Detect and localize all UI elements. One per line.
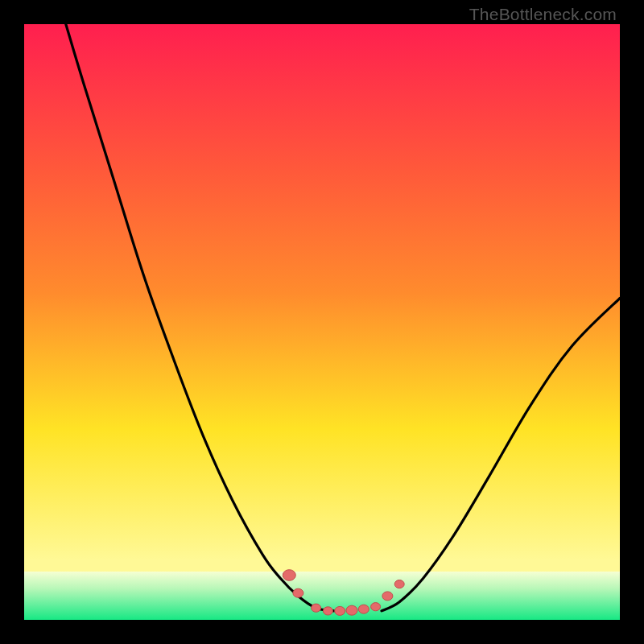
left-curve xyxy=(66,24,334,611)
plot-area xyxy=(24,24,620,620)
data-dot xyxy=(346,605,357,615)
right-curve xyxy=(382,298,620,611)
data-dot xyxy=(358,605,369,613)
data-dot xyxy=(394,580,404,588)
data-dot xyxy=(312,604,321,612)
data-dot xyxy=(382,592,393,601)
data-dot xyxy=(293,588,303,597)
data-dot xyxy=(335,606,345,615)
curves-svg xyxy=(24,24,620,620)
watermark-text: TheBottleneck.com xyxy=(469,5,617,24)
data-dot xyxy=(323,607,332,615)
data-dot xyxy=(283,570,295,581)
outer-frame: TheBottleneck.com xyxy=(0,0,644,644)
data-dot xyxy=(371,603,381,611)
